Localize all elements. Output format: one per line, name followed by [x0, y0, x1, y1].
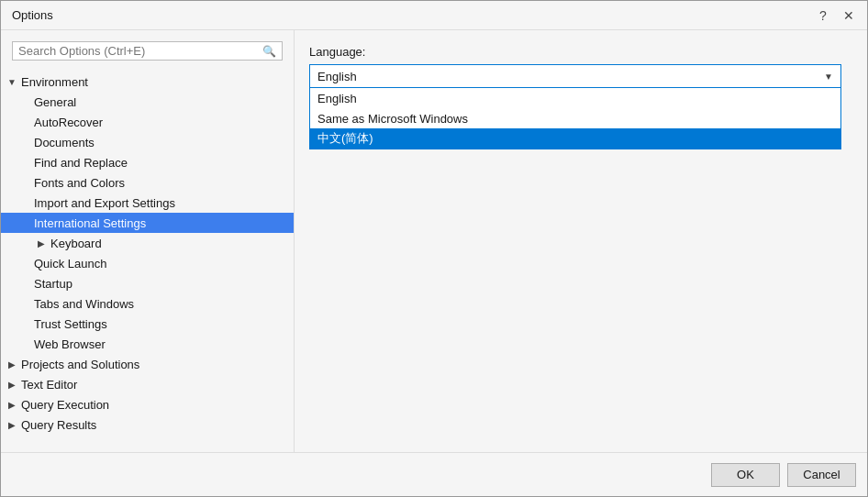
tree-item-web-browser[interactable]: Web Browser	[1, 334, 294, 354]
tree-item-environment[interactable]: ▼ Environment	[1, 72, 294, 92]
trust-settings-label: Trust Settings	[34, 317, 107, 331]
tree-item-quick-launch[interactable]: Quick Launch	[1, 253, 294, 273]
tree-item-documents[interactable]: Documents	[1, 132, 294, 152]
close-button[interactable]: ✕	[838, 5, 860, 27]
tree-item-startup[interactable]: Startup	[1, 273, 294, 293]
find-replace-label: Find and Replace	[34, 156, 128, 170]
option-chinese-text: 中文(简体)	[317, 130, 373, 147]
tree-item-query-execution[interactable]: ▶ Query Execution	[1, 394, 294, 414]
query-execution-label: Query Execution	[21, 398, 109, 412]
options-dialog: Options ? ✕ 🔍 ▼ Environment	[0, 0, 868, 497]
web-browser-label: Web Browser	[34, 337, 106, 351]
language-label: Language:	[309, 45, 852, 59]
tree-item-trust-settings[interactable]: Trust Settings	[1, 314, 294, 334]
dropdown-option-english[interactable]: English	[310, 88, 840, 108]
dropdown-list: English Same as Microsoft Windows 中文(简体)	[309, 88, 841, 149]
keyboard-expand-icon: ▶	[34, 236, 49, 250]
tabs-windows-label: Tabs and Windows	[34, 297, 134, 311]
dropdown-selected[interactable]: English ▼	[309, 64, 841, 88]
query-results-label: Query Results	[21, 418, 96, 432]
ok-button[interactable]: OK	[711, 463, 780, 487]
import-export-label: Import and Export Settings	[34, 196, 175, 210]
autorecover-label: AutoRecover	[34, 116, 103, 129]
tree-item-query-results[interactable]: ▶ Query Results	[1, 414, 294, 435]
collapse-icon: ▼	[5, 74, 19, 89]
title-bar: Options ? ✕	[1, 1, 867, 30]
option-windows-text: Same as Microsoft Windows	[317, 112, 468, 126]
dropdown-container: English ▼ English Same as Microsoft Wind…	[309, 64, 841, 88]
option-english-text: English	[317, 92, 357, 105]
dropdown-option-windows[interactable]: Same as Microsoft Windows	[310, 108, 840, 128]
help-button[interactable]: ?	[812, 5, 834, 27]
keyboard-label: Keyboard	[50, 237, 102, 250]
documents-label: Documents	[34, 136, 95, 149]
dropdown-option-chinese[interactable]: 中文(简体)	[310, 128, 840, 149]
general-label: General	[34, 95, 76, 109]
search-input[interactable]	[18, 44, 262, 58]
quick-launch-label: Quick Launch	[34, 257, 107, 271]
projects-expand-icon: ▶	[5, 357, 19, 371]
projects-solutions-label: Projects and Solutions	[21, 358, 139, 371]
environment-label: Environment	[21, 75, 88, 89]
dropdown-arrow-icon: ▼	[824, 72, 833, 82]
language-section: Language: English ▼ English Same as Micr…	[309, 45, 852, 88]
tree-item-autorecover[interactable]: AutoRecover	[1, 112, 294, 132]
left-panel: 🔍 ▼ Environment General AutoRecover Docu…	[1, 30, 295, 452]
tree-item-keyboard[interactable]: ▶ Keyboard	[1, 233, 294, 253]
dropdown-selected-text: English	[317, 70, 357, 83]
tree-container: ▼ Environment General AutoRecover Docume…	[1, 70, 294, 452]
search-wrapper: 🔍	[1, 30, 294, 70]
tree-item-general[interactable]: General	[1, 92, 294, 112]
text-editor-label: Text Editor	[21, 378, 77, 392]
tree-item-find-replace[interactable]: Find and Replace	[1, 152, 294, 172]
title-buttons: ? ✕	[812, 5, 860, 27]
query-execution-expand-icon: ▶	[5, 397, 19, 412]
tree-item-projects-solutions[interactable]: ▶ Projects and Solutions	[1, 354, 294, 374]
search-icon: 🔍	[262, 45, 276, 58]
tree-item-text-editor[interactable]: ▶ Text Editor	[1, 374, 294, 394]
tree-item-international[interactable]: International Settings	[1, 213, 294, 233]
cancel-button[interactable]: Cancel	[787, 463, 856, 487]
right-panel: Language: English ▼ English Same as Micr…	[295, 30, 867, 452]
dialog-footer: OK Cancel	[1, 452, 867, 496]
search-box[interactable]: 🔍	[12, 41, 283, 61]
text-editor-expand-icon: ▶	[5, 377, 19, 392]
query-results-expand-icon: ▶	[5, 417, 19, 432]
tree-item-fonts-colors[interactable]: Fonts and Colors	[1, 172, 294, 193]
fonts-colors-label: Fonts and Colors	[34, 176, 125, 190]
dialog-title: Options	[12, 8, 53, 22]
international-label: International Settings	[34, 216, 146, 230]
tree-item-import-export[interactable]: Import and Export Settings	[1, 193, 294, 213]
dialog-body: 🔍 ▼ Environment General AutoRecover Docu…	[1, 30, 867, 452]
tree-item-tabs-windows[interactable]: Tabs and Windows	[1, 293, 294, 314]
startup-label: Startup	[34, 277, 72, 291]
